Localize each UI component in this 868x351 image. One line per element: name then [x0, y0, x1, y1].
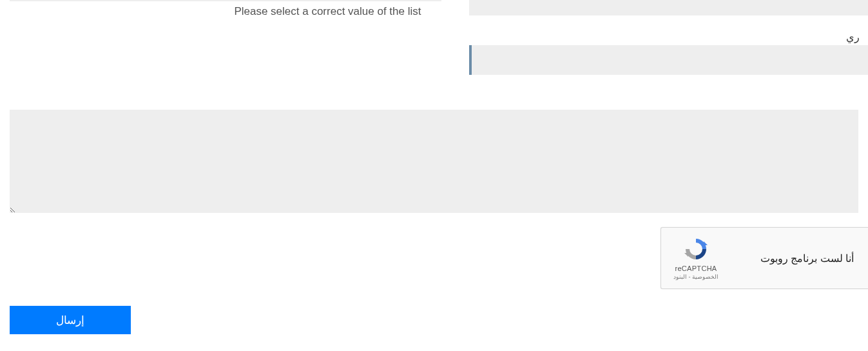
submit-button[interactable]: إرسال: [10, 306, 131, 334]
recaptcha-brand-text: reCAPTCHA: [675, 265, 717, 272]
recaptcha-terms-link[interactable]: البنود: [673, 274, 687, 280]
svg-marker-1: [684, 253, 688, 257]
validation-message: Please select a correct value of the lis…: [10, 5, 421, 18]
recaptcha-icon: [683, 236, 709, 262]
field-label-partial: ري: [846, 31, 860, 43]
recaptcha-widget[interactable]: reCAPTCHA الخصوصية - البنود أنا لست برنا…: [661, 227, 868, 289]
recaptcha-privacy-link[interactable]: الخصوصية: [692, 274, 719, 280]
recaptcha-links: الخصوصية - البنود: [673, 274, 719, 280]
recaptcha-label: أنا لست برنامج روبوت: [722, 252, 859, 265]
message-textarea[interactable]: [10, 110, 858, 213]
svg-marker-0: [704, 241, 708, 245]
input-field-right-bordered[interactable]: [469, 45, 868, 75]
